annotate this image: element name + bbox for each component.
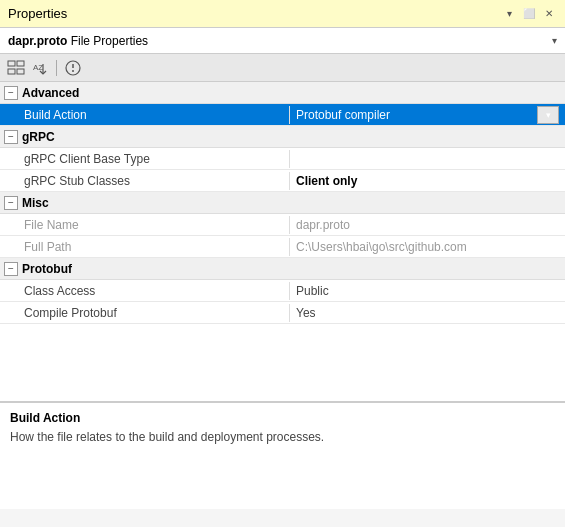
property-value (290, 157, 565, 161)
restore-button[interactable]: ⬜ (521, 6, 537, 22)
title-bar: Properties ▾ ⬜ ✕ (0, 0, 565, 28)
properties-grid: − Advanced Build ActionProtobuf compiler… (0, 82, 565, 402)
section-header-misc[interactable]: − Misc (0, 192, 565, 214)
property-name: gRPC Stub Classes (0, 172, 290, 190)
property-name: Class Access (0, 282, 290, 300)
property-value: Yes (290, 304, 565, 322)
section-toggle-grpc[interactable]: − (4, 130, 18, 144)
property-value: C:\Users\hbai\go\src\github.com (290, 238, 565, 256)
toolbar: AZ (0, 54, 565, 82)
section-toggle-protobuf[interactable]: − (4, 262, 18, 276)
value-dropdown[interactable]: ▾ (537, 106, 559, 124)
table-row[interactable]: gRPC Stub ClassesClient only (0, 170, 565, 192)
svg-rect-0 (8, 61, 15, 66)
file-name: dapr.proto (8, 34, 67, 48)
table-row[interactable]: Compile ProtobufYes (0, 302, 565, 324)
file-title-row: dapr.proto File Properties ▾ (0, 28, 565, 54)
section-toggle-advanced[interactable]: − (4, 86, 18, 100)
property-value-text: C:\Users\hbai\go\src\github.com (296, 240, 467, 254)
section-label-advanced: Advanced (22, 86, 79, 100)
property-value-text: Public (296, 284, 329, 298)
window-controls: ▾ ⬜ ✕ (501, 6, 557, 22)
property-value: dapr.proto (290, 216, 565, 234)
svg-rect-2 (8, 69, 15, 74)
section-header-protobuf[interactable]: − Protobuf (0, 258, 565, 280)
property-value: Client only (290, 172, 565, 190)
file-title: dapr.proto File Properties (8, 34, 148, 48)
property-pages-icon[interactable] (63, 58, 83, 78)
svg-point-8 (72, 70, 74, 72)
close-button[interactable]: ✕ (541, 6, 557, 22)
description-text: How the file relates to the build and de… (10, 429, 555, 446)
property-name: File Name (0, 216, 290, 234)
table-row[interactable]: gRPC Client Base Type (0, 148, 565, 170)
property-name: Compile Protobuf (0, 304, 290, 322)
table-row[interactable]: Build ActionProtobuf compiler▾ (0, 104, 565, 126)
file-dropdown-arrow[interactable]: ▾ (552, 35, 557, 46)
property-value-text: Protobuf compiler (296, 108, 390, 122)
table-row[interactable]: Full PathC:\Users\hbai\go\src\github.com (0, 236, 565, 258)
property-value-text: Client only (296, 174, 357, 188)
svg-text:AZ: AZ (33, 63, 43, 72)
description-panel: Build Action How the file relates to the… (0, 402, 565, 509)
property-value: Protobuf compiler▾ (290, 104, 565, 126)
pin-button[interactable]: ▾ (501, 6, 517, 22)
property-value-text: dapr.proto (296, 218, 350, 232)
section-label-protobuf: Protobuf (22, 262, 72, 276)
window-title: Properties (8, 6, 67, 21)
section-label-grpc: gRPC (22, 130, 55, 144)
svg-rect-1 (17, 61, 24, 66)
section-label-misc: Misc (22, 196, 49, 210)
table-row[interactable]: File Namedapr.proto (0, 214, 565, 236)
section-header-grpc[interactable]: − gRPC (0, 126, 565, 148)
property-value: Public (290, 282, 565, 300)
property-name: Full Path (0, 238, 290, 256)
file-label: File Properties (71, 34, 148, 48)
property-name: gRPC Client Base Type (0, 150, 290, 168)
property-name: Build Action (0, 106, 290, 124)
property-value-text: Yes (296, 306, 316, 320)
table-row[interactable]: Class AccessPublic (0, 280, 565, 302)
description-title: Build Action (10, 411, 555, 425)
section-toggle-misc[interactable]: − (4, 196, 18, 210)
categorized-icon[interactable] (6, 58, 26, 78)
section-header-advanced[interactable]: − Advanced (0, 82, 565, 104)
toolbar-separator (56, 60, 57, 76)
alphabetical-icon[interactable]: AZ (30, 58, 50, 78)
svg-rect-3 (17, 69, 24, 74)
